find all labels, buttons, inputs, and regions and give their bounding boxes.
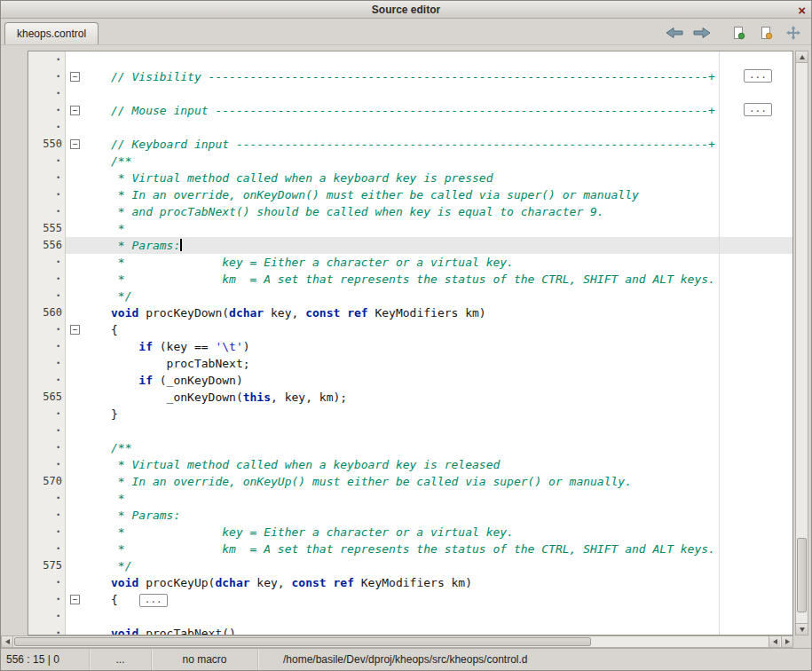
line-dot: •	[28, 51, 66, 68]
editor-line[interactable]: • * km = A set that represents the statu…	[28, 541, 792, 557]
vertical-scrollbar[interactable]	[795, 51, 808, 635]
editor-line[interactable]: •/**	[28, 439, 792, 456]
file-path-cell: /home/basile/Dev/dproj/kheops/src/kheops…	[258, 649, 811, 670]
editor-workspace: ••−// Visibility -----------------------…	[1, 51, 811, 648]
code-line-text: * and procTabNext() should be called whe…	[85, 203, 792, 220]
horizontal-scrollbar[interactable]	[1, 635, 793, 648]
editor-line[interactable]: •−{	[28, 321, 792, 338]
editor-line[interactable]: • */	[28, 288, 792, 304]
code-line-text: * km = A set that represents the status …	[85, 541, 792, 557]
fold-gutter	[66, 203, 85, 220]
code-line-text: {...	[85, 591, 792, 608]
editor-line[interactable]: 565 _onKeyDown(this, key, km);	[28, 389, 792, 406]
editor-line[interactable]: •	[28, 119, 792, 136]
collapsed-block-ellipsis[interactable]: ...	[744, 103, 772, 116]
horizontal-scroll-thumb[interactable]	[14, 637, 591, 646]
code-line-text: /**	[85, 439, 792, 456]
editor-line[interactable]: • if (_onKeyDown)	[28, 372, 792, 389]
new-document-button[interactable]	[728, 23, 749, 43]
scroll-right-button[interactable]	[781, 636, 792, 647]
fold-gutter	[66, 153, 85, 170]
editor-line[interactable]: • * Virtual method called when a keyboar…	[28, 170, 792, 186]
code-line-text: void procKeyUp(dchar key, const ref KeyM…	[85, 574, 792, 591]
scroll-up-icon	[800, 55, 805, 59]
code-line-text: *	[85, 490, 792, 507]
editor-line[interactable]: •/**	[28, 153, 792, 170]
collapsed-block-ellipsis[interactable]: ...	[744, 69, 772, 83]
go-forward-button[interactable]	[691, 23, 713, 43]
fold-collapse-icon[interactable]: −	[70, 139, 80, 149]
editor-line[interactable]: 570 * In an override, onKeyUp() must eit…	[28, 473, 792, 490]
editor-line[interactable]: • if (key == '\t')	[28, 338, 792, 355]
editor-line[interactable]: • * km = A set that represents the statu…	[28, 271, 792, 288]
fold-gutter	[66, 288, 85, 304]
editor-line[interactable]: •−// Mouse input -----------------------…	[28, 102, 792, 119]
scroll-down-button[interactable]	[796, 623, 808, 635]
fold-gutter	[66, 456, 85, 473]
code-line-text: * Virtual method called when a keyboard …	[85, 456, 792, 473]
vertical-scroll-thumb[interactable]	[797, 538, 807, 612]
fold-gutter	[66, 51, 85, 68]
editor-line[interactable]: •void procKeyUp(dchar key, const ref Key…	[28, 574, 792, 591]
scroll-left-secondary-button[interactable]	[769, 636, 780, 647]
editor-line[interactable]: • * In an override, onKeyDown() must eit…	[28, 186, 792, 203]
line-dot: •	[28, 591, 66, 608]
tab-kheops-control[interactable]: kheops.control	[4, 22, 99, 44]
editor-line[interactable]: •	[28, 422, 792, 439]
editor-line[interactable]: • * key = Either a character or a virtua…	[28, 254, 792, 271]
fold-collapse-icon[interactable]: −	[70, 72, 80, 82]
fold-collapse-icon[interactable]: −	[70, 106, 80, 115]
code-line-text	[85, 119, 792, 136]
editor-line[interactable]: •	[28, 608, 792, 625]
fold-gutter: −	[66, 68, 85, 85]
editor-line[interactable]: •−{...	[28, 591, 792, 608]
fold-gutter: −	[66, 321, 85, 338]
editor-line[interactable]: • * and procTabNext() should be called w…	[28, 203, 792, 220]
scroll-left-button[interactable]	[2, 636, 13, 647]
collapsed-block-ellipsis[interactable]: ...	[139, 594, 168, 607]
macro-state-cell: no macro	[152, 649, 258, 670]
line-dot: •	[28, 102, 66, 119]
code-line-text: * In an override, onKeyDown() must eithe…	[85, 186, 792, 203]
editor-line[interactable]: 550−// Keyboard input ------------------…	[28, 136, 792, 153]
editor-line[interactable]: 575 */	[28, 557, 792, 574]
fold-collapse-icon[interactable]: −	[70, 325, 80, 335]
detach-editor-button[interactable]	[783, 23, 804, 43]
editor-line[interactable]: • * key = Either a character or a virtua…	[28, 524, 792, 541]
fold-gutter	[66, 422, 85, 439]
line-dot: •	[28, 406, 66, 422]
tab-bar: kheops.control	[1, 19, 811, 45]
code-line-text: * In an override, onKeyUp() must either …	[85, 473, 792, 490]
editor-line[interactable]: • procTabNext;	[28, 355, 792, 372]
line-number: 555	[28, 220, 66, 237]
fold-collapse-icon[interactable]: −	[70, 595, 80, 604]
code-line-text: if (key == '\t')	[85, 338, 792, 355]
code-line-text: procTabNext;	[85, 355, 792, 372]
line-dot: •	[28, 170, 66, 186]
editor-line[interactable]: •	[28, 51, 792, 68]
editor-line[interactable]: • * Params:	[28, 507, 792, 524]
new-runnable-document-button[interactable]	[755, 23, 777, 43]
fold-gutter	[66, 271, 85, 288]
editor-line[interactable]: 556 * Params:	[28, 237, 792, 254]
close-icon[interactable]: ×	[798, 1, 806, 19]
source-editor-window: Source editor × kheops.control	[0, 0, 812, 671]
editor-line[interactable]: •void procTabNext()	[28, 625, 792, 635]
editor-line[interactable]: •	[28, 85, 792, 102]
editor-line[interactable]: • *	[28, 490, 792, 507]
fold-gutter	[66, 389, 85, 406]
editor-line[interactable]: •−// Visibility ------------------------…	[28, 68, 792, 85]
line-number: 565	[28, 389, 66, 406]
scroll-up-button[interactable]	[796, 51, 808, 63]
editor-line[interactable]: 555 *	[28, 220, 792, 237]
editor-line[interactable]: 560void procKeyDown(dchar key, const ref…	[28, 304, 792, 321]
fold-gutter: −	[66, 591, 85, 608]
editor-line[interactable]: • * Virtual method called when a keyboar…	[28, 456, 792, 473]
code-editor[interactable]: ••−// Visibility -----------------------…	[28, 51, 793, 635]
line-dot: •	[28, 608, 66, 625]
code-line-text	[85, 51, 792, 68]
editor-line[interactable]: •}	[28, 406, 792, 422]
go-back-button[interactable]	[664, 23, 685, 43]
titlebar[interactable]: Source editor ×	[1, 1, 811, 19]
code-line-text: _onKeyDown(this, key, km);	[85, 389, 792, 406]
